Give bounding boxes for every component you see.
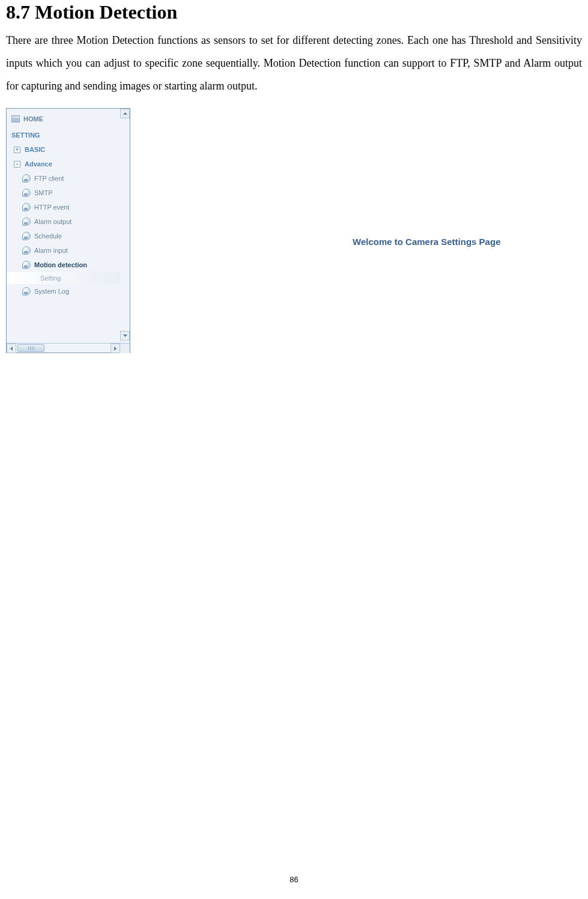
scroll-track-horizontal[interactable] <box>16 344 111 353</box>
scroll-track-vertical[interactable] <box>120 118 130 331</box>
nav-basic-label: BASIC <box>25 146 45 153</box>
page-icon <box>22 232 31 240</box>
screenshot-container: HOME SETTING + BASIC − Advance FTP clien… <box>6 108 582 353</box>
expand-icon: + <box>14 147 20 153</box>
nav-advance-label: Advance <box>25 160 52 168</box>
page-number: 86 <box>289 875 298 884</box>
nav-item-http[interactable]: HTTP event <box>7 200 120 214</box>
nav-item-label: HTTP event <box>34 204 70 211</box>
section-paragraph: There are three Motion Detection functio… <box>6 29 582 97</box>
nav-item-label: Alarm input <box>34 247 68 254</box>
scroll-up-button[interactable] <box>120 109 130 118</box>
nav-item-label: FTP client <box>34 175 64 182</box>
page-icon <box>22 246 31 255</box>
scroll-down-button[interactable] <box>120 331 130 341</box>
nav-item-system-log[interactable]: System Log <box>7 284 120 298</box>
page-icon <box>22 287 31 295</box>
page-icon <box>22 261 31 269</box>
scroll-thumb-horizontal[interactable] <box>17 344 44 352</box>
nav-item-label: Alarm output <box>34 218 71 225</box>
nav-panel: HOME SETTING + BASIC − Advance FTP clien… <box>6 108 130 353</box>
nav-item-smtp[interactable]: SMTP <box>7 186 120 200</box>
nav-home-label: HOME <box>23 115 43 123</box>
nav-item-alarm-input[interactable]: Alarm input <box>7 243 120 258</box>
page-icon <box>22 189 31 197</box>
page-icon <box>22 174 31 183</box>
scroll-left-button[interactable] <box>7 344 16 353</box>
nav-advance[interactable]: − Advance <box>7 157 120 171</box>
nav-item-schedule[interactable]: Schedule <box>7 229 120 243</box>
horizontal-scrollbar <box>7 343 130 353</box>
nav-item-alarm-output[interactable]: Alarm output <box>7 214 120 229</box>
page-icon <box>22 203 31 211</box>
collapse-icon: − <box>14 161 20 168</box>
page-icon <box>22 217 31 226</box>
welcome-message: Welcome to Camera Settings Page <box>353 237 500 247</box>
nav-subitem-setting[interactable]: Setting <box>7 272 120 284</box>
scroll-right-button[interactable] <box>111 344 120 353</box>
nav-basic[interactable]: + BASIC <box>7 142 120 157</box>
section-heading: 8.7 Motion Detection <box>6 1 582 23</box>
nav-item-label: SMTP <box>34 189 53 196</box>
scroll-corner <box>120 344 130 353</box>
home-icon <box>11 115 20 123</box>
nav-item-label: Schedule <box>34 232 62 240</box>
nav-item-label: System Log <box>34 288 69 295</box>
nav-item-ftp[interactable]: FTP client <box>7 171 120 186</box>
nav-content: HOME SETTING + BASIC − Advance FTP clien… <box>7 109 120 298</box>
nav-setting-header: SETTING <box>7 127 120 142</box>
nav-item-motion-detection[interactable]: Motion detection <box>7 258 120 272</box>
nav-home[interactable]: HOME <box>7 111 120 127</box>
nav-item-label: Motion detection <box>34 261 87 268</box>
